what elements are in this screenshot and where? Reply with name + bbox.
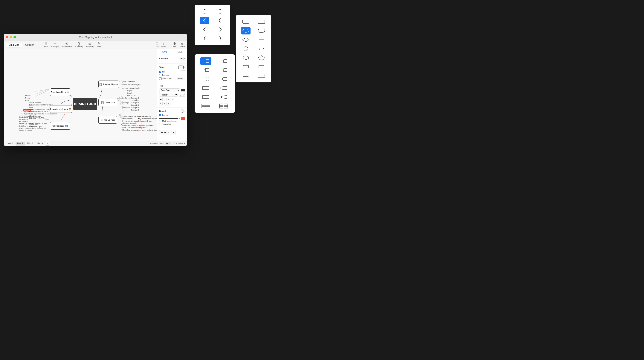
minimize-button[interactable] bbox=[10, 36, 12, 38]
style-tab[interactable]: Style bbox=[157, 49, 172, 55]
multi-branch-checkbox[interactable] bbox=[159, 120, 161, 122]
align-left-button[interactable]: ≡ bbox=[159, 102, 162, 105]
branch-item-11[interactable] bbox=[200, 102, 212, 110]
branch-item-6[interactable] bbox=[218, 75, 229, 83]
branch-item-9[interactable] bbox=[200, 93, 212, 101]
branch-item-5[interactable] bbox=[200, 75, 212, 83]
map-tab-1[interactable]: Map 1 bbox=[6, 142, 15, 145]
zen-icon: ⊡ bbox=[156, 42, 158, 45]
branch-section: Branch { ▾ Border ▾ bbox=[157, 107, 187, 128]
sublabel-limited: Limited time bbox=[19, 118, 28, 120]
canvas-area[interactable]: BRAINSTORM 📋 Prepare Meeting 📋 Detail pl… bbox=[4, 49, 157, 141]
branch-item-7[interactable] bbox=[200, 84, 212, 92]
central-node[interactable]: BRAINSTORM bbox=[73, 98, 97, 110]
zoom-out-button[interactable]: − bbox=[173, 142, 174, 145]
circle-item[interactable] bbox=[241, 45, 250, 52]
close-button[interactable] bbox=[6, 36, 8, 38]
tool-zen[interactable]: ⊡ Zen bbox=[155, 42, 158, 48]
tool-relationship[interactable]: ⟲ Relationship bbox=[62, 42, 72, 48]
curved-left-item[interactable] bbox=[200, 35, 209, 42]
fixed-width-input[interactable] bbox=[177, 77, 185, 80]
node-prepare-meeting[interactable]: 📋 Prepare Meeting bbox=[98, 81, 119, 88]
curved-right-item[interactable] bbox=[216, 35, 225, 42]
fullscreen-button[interactable] bbox=[14, 36, 16, 38]
style-selector[interactable]: Regular bbox=[159, 93, 178, 97]
lines-item[interactable] bbox=[241, 72, 250, 79]
svg-rect-31 bbox=[243, 65, 248, 68]
tool-note[interactable]: ✎ Note bbox=[97, 42, 101, 48]
zoom-dropdown-icon[interactable]: ▾ bbox=[184, 142, 185, 145]
branch-item-1[interactable] bbox=[200, 57, 212, 65]
arrow-left-item[interactable] bbox=[200, 17, 209, 24]
bold-button[interactable]: B bbox=[159, 98, 162, 101]
tapper-checkbox[interactable] bbox=[159, 123, 161, 125]
explain-label: Explain problem bbox=[51, 91, 66, 93]
zoom-in-button[interactable]: + bbox=[176, 142, 177, 145]
topic-selector[interactable]: ▾ bbox=[178, 66, 185, 69]
align-right-button[interactable]: ≡ bbox=[167, 102, 170, 105]
fill-checkbox[interactable] bbox=[159, 71, 161, 73]
rounded-rect2-item[interactable] bbox=[257, 27, 266, 35]
branch-item-4[interactable] bbox=[218, 66, 229, 74]
selected-count-select[interactable]: 23 bbox=[165, 142, 171, 145]
border-color-swatch[interactable] bbox=[181, 117, 185, 120]
bracket-right-item[interactable] bbox=[216, 8, 225, 15]
rect-item[interactable] bbox=[257, 18, 266, 26]
borders-checkbox[interactable] bbox=[159, 74, 161, 76]
tool-topic[interactable]: ⊞ Topic bbox=[44, 42, 48, 48]
map-tab-3[interactable]: Map 3 bbox=[25, 142, 35, 145]
tab-outliner[interactable]: Outliner bbox=[23, 43, 36, 47]
map-tab[interactable]: Map bbox=[172, 49, 187, 55]
branch-border-checkbox[interactable] bbox=[159, 114, 161, 116]
dash-item[interactable] bbox=[257, 36, 266, 44]
rounded-rect-item[interactable] bbox=[241, 18, 250, 26]
angle-left-item[interactable] bbox=[200, 26, 209, 33]
tool-boundary[interactable]: ▭ Boundary bbox=[86, 42, 94, 48]
tab-mindmap[interactable]: Mind Map bbox=[6, 43, 22, 47]
rect-outline-item[interactable] bbox=[257, 72, 266, 79]
format-tab-btn[interactable]: ◈ Format bbox=[179, 42, 185, 48]
angle-right-item[interactable] bbox=[216, 26, 225, 33]
branch-selector[interactable]: { ▾ bbox=[181, 109, 185, 113]
branch-item-8[interactable] bbox=[218, 84, 229, 92]
prepare-label: Prepare Meeting bbox=[103, 83, 118, 85]
font-selector[interactable]: Open Sans bbox=[159, 88, 180, 92]
tool-subtopic[interactable]: ↩ Subtopic bbox=[51, 42, 58, 48]
diamond-item[interactable] bbox=[241, 36, 250, 44]
parallelogram-item[interactable] bbox=[257, 45, 266, 52]
size-selector[interactable]: 11 bbox=[179, 93, 185, 97]
sm-rect-item[interactable] bbox=[241, 63, 250, 70]
reset-style-button[interactable]: RESET STYLE bbox=[159, 130, 176, 135]
add-map-button[interactable]: + bbox=[46, 142, 50, 145]
tool-summary[interactable]: {} Summary bbox=[75, 42, 83, 48]
icon-tab-btn[interactable]: ⚙ Icon bbox=[173, 42, 176, 48]
text-color-swatch[interactable] bbox=[181, 89, 185, 92]
sublabel-encourage: Encourage producing a wide array of idea… bbox=[122, 125, 154, 126]
italic-button[interactable]: I bbox=[163, 98, 166, 101]
align-center-button[interactable]: ≡ bbox=[163, 102, 166, 105]
oval-item[interactable] bbox=[241, 27, 250, 35]
pentagon-item[interactable] bbox=[257, 54, 266, 61]
sm-rect2-item[interactable] bbox=[257, 63, 266, 70]
node-detail-plan[interactable]: 📋 Detail plan bbox=[98, 99, 117, 106]
fill-color-swatch[interactable] bbox=[181, 70, 185, 73]
map-tab-2[interactable]: Map 2 bbox=[16, 142, 25, 145]
hexagon-item[interactable] bbox=[241, 54, 250, 61]
bracket-left-item[interactable] bbox=[200, 8, 209, 15]
structure-selector[interactable]: →∞ ▾ bbox=[178, 57, 185, 60]
node-call-ideas[interactable]: Call for ideas 👥 bbox=[50, 122, 70, 130]
curly-left-item[interactable] bbox=[216, 17, 225, 24]
align-buttons: ≡ ≡ ≡ bbox=[159, 102, 185, 105]
tool-share[interactable]: ↑ share bbox=[161, 42, 166, 48]
map-tab-4[interactable]: Map 4 bbox=[35, 142, 45, 145]
fixed-width-checkbox[interactable] bbox=[159, 77, 162, 80]
node-explain-problem[interactable]: Explain problem 🔍 bbox=[50, 88, 70, 96]
strikethrough-button[interactable]: S bbox=[167, 98, 170, 101]
node-evaluate-idea[interactable]: Evaluate each idea 🤔 bbox=[50, 105, 72, 113]
branch-item-2[interactable] bbox=[218, 57, 229, 65]
branch-item-12[interactable] bbox=[218, 102, 229, 110]
node-setup-rules[interactable]: 📋 Set up rules bbox=[98, 116, 117, 124]
text-style-button[interactable]: T↓ bbox=[171, 98, 174, 101]
branch-item-3[interactable] bbox=[200, 66, 212, 74]
branch-item-10[interactable] bbox=[218, 93, 229, 101]
